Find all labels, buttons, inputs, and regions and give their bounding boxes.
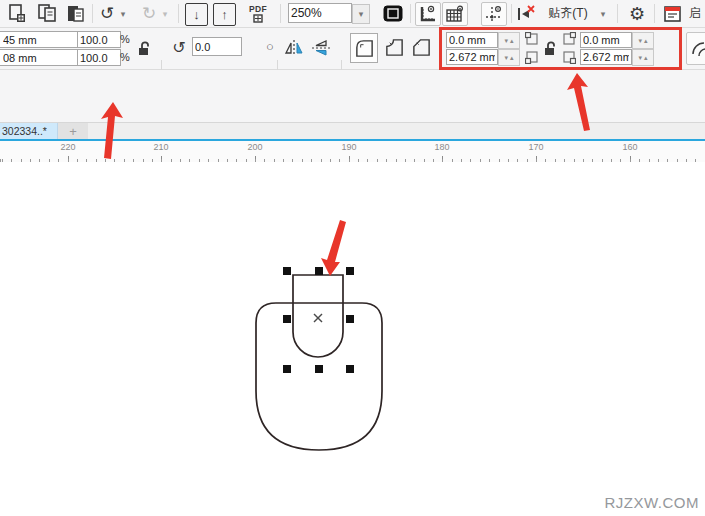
- mirror-vertical-icon: [310, 39, 332, 57]
- object-width-field[interactable]: [0, 31, 80, 48]
- ruler-label: 220: [56, 142, 80, 152]
- copy-button[interactable]: [36, 3, 58, 24]
- scale-corners-icon: [690, 39, 705, 59]
- paste-special-icon: [8, 4, 27, 23]
- horizontal-ruler[interactable]: 220 210 200 190 180 170 160: [0, 139, 705, 162]
- scale-width-field[interactable]: [77, 31, 121, 48]
- paste-special-button[interactable]: [6, 3, 28, 24]
- guidelines-icon: [485, 5, 503, 23]
- spin-down-icon[interactable]: ▾: [504, 54, 508, 62]
- grid-toggle-button[interactable]: [442, 2, 468, 26]
- spin-down-icon[interactable]: ▾: [638, 37, 642, 45]
- corner-radius-top-left-field[interactable]: [446, 32, 498, 48]
- scalloped-corner-icon: [384, 37, 405, 58]
- mirror-vertical-button[interactable]: [309, 37, 333, 58]
- snap-to-dropdown[interactable]: ▾: [597, 9, 609, 19]
- lock-ratio-button[interactable]: [135, 39, 153, 57]
- chamfered-corner-icon: [411, 37, 432, 58]
- snap-to-menu[interactable]: 贴齐(T): [543, 6, 593, 21]
- spin-up-icon[interactable]: ▴: [510, 37, 514, 45]
- application-window: ↺ ▾ ↻ ▾ ↓ ↑ PDF ▾ 贴齐(T) ▾: [0, 0, 705, 516]
- paste-button[interactable]: [64, 3, 86, 24]
- undo-dropdown[interactable]: ▾: [118, 9, 128, 19]
- scale-width-percent: %: [120, 33, 130, 45]
- launcher-panel-button[interactable]: [661, 3, 683, 24]
- spin-down-icon[interactable]: ▾: [504, 37, 508, 45]
- redo-button[interactable]: ↻: [140, 4, 158, 22]
- new-document-tab-button[interactable]: +: [58, 123, 88, 139]
- corner-radius-bottom-left-spinner[interactable]: ▾▴: [498, 49, 520, 66]
- corner-radius-bottom-left-field[interactable]: [446, 49, 498, 65]
- export-button[interactable]: ↑: [213, 3, 236, 26]
- undo-button[interactable]: ↺: [98, 4, 116, 22]
- document-tab-bar: 302334..* +: [0, 123, 705, 139]
- corner-indicator-top-left: [524, 31, 539, 46]
- ruler-label: 180: [430, 142, 454, 152]
- scalloped-corner-button[interactable]: [381, 33, 407, 61]
- rotation-angle-field[interactable]: [192, 37, 242, 56]
- zoom-level-input[interactable]: [288, 3, 352, 23]
- round-corner-button[interactable]: [350, 33, 378, 63]
- pdf-label: PDF: [249, 4, 267, 14]
- snap-off-icon: [516, 4, 536, 24]
- standard-toolbar: ↺ ▾ ↻ ▾ ↓ ↑ PDF ▾ 贴齐(T) ▾: [0, 0, 705, 28]
- scale-corners-button[interactable]: [686, 32, 705, 65]
- ruler-label: 200: [243, 142, 267, 152]
- spin-up-icon[interactable]: ▴: [510, 54, 514, 62]
- rulers-icon: [419, 5, 437, 23]
- ruler-label: 160: [618, 142, 642, 152]
- drawing-canvas[interactable]: RJZXW.COM: [0, 162, 705, 516]
- corner-radius-bottom-right-field[interactable]: [580, 49, 632, 65]
- scale-height-field[interactable]: [77, 49, 121, 66]
- property-bar: % % ↺ ○ ▾▴ ▾▴: [0, 28, 705, 70]
- redo-dropdown[interactable]: ▾: [160, 9, 170, 19]
- ruler-label: 210: [149, 142, 173, 152]
- zoom-dropdown[interactable]: ▾: [352, 4, 370, 24]
- ruler-label: 170: [524, 142, 548, 152]
- scale-height-percent: %: [120, 51, 130, 63]
- chamfered-corner-button[interactable]: [408, 33, 434, 61]
- rotation-icon: ↺: [170, 39, 188, 57]
- document-tab[interactable]: 302334..*: [0, 123, 58, 139]
- corner-indicator-bottom-left: [524, 49, 539, 64]
- launcher-label[interactable]: 启: [689, 6, 705, 21]
- spin-up-icon[interactable]: ▴: [644, 54, 648, 62]
- toolbox: +: [0, 70, 705, 123]
- object-height-field[interactable]: [0, 49, 80, 66]
- guidelines-toggle-button[interactable]: [481, 2, 507, 26]
- pdf-page-icon: [253, 14, 263, 23]
- corner-unlock-icon: [543, 40, 558, 56]
- corner-radius-bottom-right-spinner[interactable]: ▾▴: [632, 49, 654, 66]
- mirror-horizontal-button[interactable]: [282, 37, 306, 58]
- panel-icon: [663, 5, 682, 23]
- spin-down-icon[interactable]: ▾: [638, 54, 642, 62]
- options-gear-button[interactable]: ⚙: [626, 3, 648, 24]
- rulers-toggle-button[interactable]: [415, 2, 441, 26]
- degree-symbol: ○: [262, 38, 278, 54]
- round-corner-icon: [354, 38, 375, 59]
- publish-pdf-button[interactable]: PDF: [244, 2, 272, 25]
- corner-radius-top-left-spinner[interactable]: ▾▴: [498, 32, 520, 49]
- unlock-icon: [137, 40, 152, 56]
- ruler-label: 190: [337, 142, 361, 152]
- watermark-text: RJZXW.COM: [605, 494, 700, 511]
- fullscreen-preview-button[interactable]: [382, 4, 404, 23]
- grid-icon: [446, 5, 464, 23]
- fullscreen-icon: [383, 5, 403, 22]
- corner-radius-top-right-spinner[interactable]: ▾▴: [632, 32, 654, 49]
- paste-icon: [66, 4, 85, 23]
- snap-off-button[interactable]: [515, 3, 537, 24]
- document-tab-label: 302334..*: [0, 125, 47, 137]
- import-button[interactable]: ↓: [185, 3, 208, 26]
- corner-radius-top-right-field[interactable]: [580, 32, 632, 48]
- corner-lock-button[interactable]: [542, 39, 558, 56]
- copy-icon: [38, 4, 57, 23]
- mirror-horizontal-icon: [283, 39, 305, 57]
- corner-indicator-top-right: [561, 31, 576, 46]
- spin-up-icon[interactable]: ▴: [644, 37, 648, 45]
- corner-indicator-bottom-right: [561, 49, 576, 64]
